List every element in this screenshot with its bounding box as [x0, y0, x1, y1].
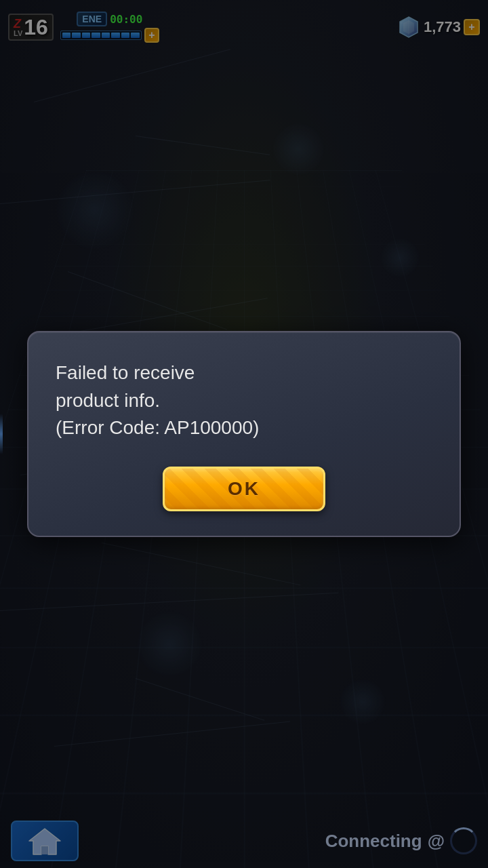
- error-dialog: Failed to receiveproduct info.(Error Cod…: [27, 331, 461, 537]
- dialog-overlay: Failed to receiveproduct info.(Error Cod…: [0, 0, 488, 868]
- ok-button[interactable]: OK: [163, 467, 325, 511]
- error-message: Failed to receiveproduct info.(Error Cod…: [56, 359, 432, 442]
- ok-button-label: OK: [228, 478, 260, 500]
- ok-button-inner: OK: [163, 467, 325, 511]
